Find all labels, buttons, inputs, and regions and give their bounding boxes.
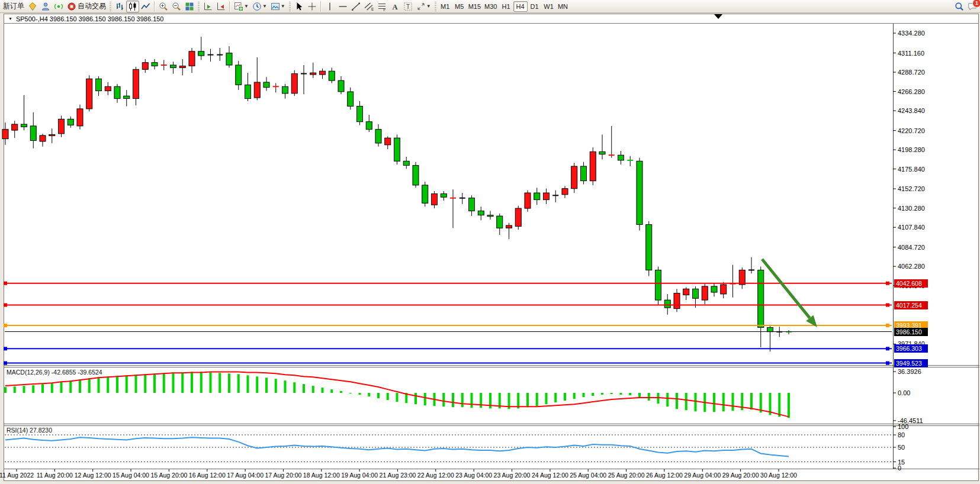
crosshair-icon — [307, 2, 317, 11]
timeframe-button-w1[interactable]: W1 — [542, 1, 556, 12]
tile-windows-button[interactable] — [183, 1, 196, 12]
signal-button[interactable] — [52, 1, 65, 12]
trendline-button[interactable] — [349, 1, 362, 12]
trendline-icon — [351, 2, 361, 11]
timeframe-button-m5[interactable]: M5 — [452, 1, 467, 12]
fibonacci-icon: F — [377, 2, 387, 11]
equidistant-channel-button[interactable]: E — [362, 1, 375, 12]
template-button[interactable]: ▼ — [269, 1, 287, 12]
chart-titlebar: ▼ SP500-,H4 3986.150 3986.150 3986.150 3… — [4, 14, 978, 24]
toolbar-grip — [435, 2, 436, 11]
chart-shift-button[interactable] — [214, 1, 227, 12]
svg-text:A: A — [392, 2, 397, 11]
notifications-button[interactable]: 1 — [966, 1, 979, 12]
bar-chart-icon — [115, 2, 124, 11]
auto-scroll-button[interactable] — [201, 1, 214, 12]
profile-icon — [41, 2, 50, 11]
signal-icon — [54, 2, 63, 11]
notification-badge: 1 — [972, 0, 980, 8]
period-icon — [252, 2, 262, 11]
chevron-down-icon[interactable]: ▼ — [281, 4, 285, 9]
autotrade-icon — [67, 2, 76, 11]
toolbar-grip — [198, 2, 200, 11]
toolbar-separator — [229, 1, 230, 12]
vertical-line-button[interactable] — [323, 1, 336, 12]
search-icon — [955, 2, 964, 11]
vertical-line-icon — [325, 2, 335, 11]
bar-chart-button[interactable] — [113, 1, 126, 12]
candlestick-chart-icon — [128, 2, 137, 11]
text-label-icon: T — [403, 2, 413, 11]
tile-windows-icon — [185, 2, 194, 11]
chart-window — [4, 14, 979, 481]
text-icon: A — [390, 2, 400, 11]
period-button[interactable]: ▼ — [250, 1, 269, 12]
auto-trading-button-label: 自动交易 — [78, 1, 106, 11]
chevron-down-icon[interactable]: ▼ — [426, 4, 431, 9]
chart-shift-icon — [216, 2, 226, 11]
arrows-button[interactable]: ▼ — [415, 1, 433, 12]
trading-terminal: 新订单自动交易▼▼▼EFAT▼M1M5M15M30H1H4D1W1MN1 ▼ S… — [0, 0, 980, 484]
zoom-out-button[interactable] — [170, 1, 183, 12]
chevron-down-icon[interactable]: ▼ — [262, 4, 267, 9]
svg-text:F: F — [383, 7, 385, 11]
text-label-button[interactable]: T — [401, 1, 415, 12]
toolbar-separator — [320, 1, 322, 12]
zoom-in-icon — [159, 2, 168, 11]
auto-trading-button[interactable]: 自动交易 — [65, 1, 108, 12]
timeframe-button-h1[interactable]: H1 — [499, 1, 513, 12]
new-chart-icon — [234, 2, 243, 11]
toolbar-grip — [289, 2, 291, 11]
horizontal-line-icon — [338, 2, 348, 11]
zoom-out-icon — [172, 2, 181, 11]
equidistant-channel-icon: E — [364, 2, 374, 11]
crosshair-button[interactable] — [306, 1, 319, 12]
new-order-button[interactable]: 新订单 — [1, 1, 26, 12]
template-icon — [271, 2, 280, 11]
arrows-icon — [416, 2, 426, 11]
timeframe-button-d1[interactable]: D1 — [528, 1, 542, 12]
svg-text:T: T — [406, 3, 410, 9]
market-button[interactable] — [26, 1, 39, 12]
timeframe-button-h4[interactable]: H4 — [513, 1, 528, 12]
timeframe-button-m1[interactable]: M1 — [438, 1, 452, 12]
timeframe-button-mn[interactable]: MN — [556, 1, 570, 12]
line-chart-button[interactable] — [139, 1, 152, 12]
market-icon — [28, 2, 37, 11]
candlestick-chart-button[interactable] — [126, 1, 139, 12]
timeframe-button-m30[interactable]: M30 — [483, 1, 499, 12]
new-chart-button[interactable]: ▼ — [232, 1, 250, 12]
toolbar-grip — [110, 2, 111, 11]
horizontal-line-button[interactable] — [336, 1, 349, 12]
cursor-icon — [294, 2, 304, 11]
zoom-in-button[interactable] — [157, 1, 170, 12]
chevron-down-icon[interactable]: ▼ — [244, 4, 249, 9]
toolbar-separator — [154, 1, 155, 12]
line-chart-icon — [141, 2, 150, 11]
timeframe-button-m15[interactable]: M15 — [467, 1, 483, 12]
text-button[interactable]: A — [388, 1, 401, 12]
svg-text:E: E — [371, 7, 374, 11]
window-menu-icon[interactable]: ▼ — [8, 17, 12, 21]
chart-title: SP500-,H4 3986.150 3986.150 3986.150 398… — [16, 15, 164, 22]
fibonacci-button[interactable]: F — [375, 1, 388, 12]
cursor-button[interactable] — [293, 1, 306, 12]
chart-shift-marker-icon — [714, 14, 722, 19]
auto-scroll-icon — [203, 2, 213, 11]
profile-button[interactable] — [39, 1, 52, 12]
toolbar: 新订单自动交易▼▼▼EFAT▼M1M5M15M30H1H4D1W1MN1 — [0, 0, 980, 13]
search-button[interactable] — [953, 1, 966, 12]
